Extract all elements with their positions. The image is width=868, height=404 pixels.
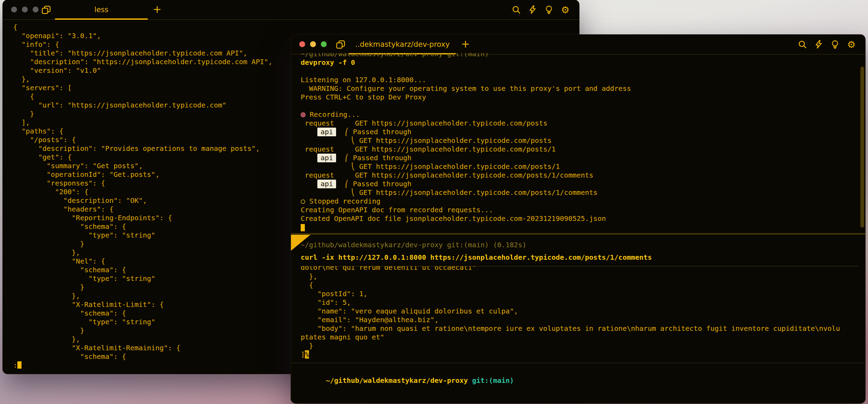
tab-title: less [94, 6, 109, 14]
terminal-line: devproxy -f 0 [301, 58, 858, 67]
left-toolbar: ⚙ [511, 5, 570, 15]
prompt-path: ~/github/waldekmastykarz/dev-proxy [326, 376, 468, 385]
terminal-line: }, [301, 272, 858, 281]
right-terminal-window: ..dekmastykarz/dev-proxy + [291, 35, 865, 403]
curl-block: ~/github/waldekmastykarz/dev-proxy git:(… [301, 241, 858, 359]
terminal-line: Listening on 127.0.0.1:8000... [301, 76, 858, 84]
prompt-divider [291, 363, 865, 363]
gear-icon[interactable]: ⚙ [846, 40, 856, 49]
gear-icon[interactable]: ⚙ [560, 5, 570, 15]
lightbulb-icon[interactable] [830, 40, 840, 49]
bookmarks-icon[interactable] [41, 5, 51, 17]
lightning-icon[interactable] [814, 40, 824, 49]
terminal-line: WARNING: Configure your operating system… [301, 84, 858, 93]
terminal-line: Stopped recording [301, 197, 858, 206]
stopped-dot-icon [301, 199, 305, 204]
terminal-line: api ⎛ Passed through [301, 180, 858, 188]
terminal-line: ⎝ GET https://jsonplaceholder.typicode.c… [301, 136, 858, 145]
api-badge: api [317, 154, 336, 162]
right-toolbar: ⚙ [798, 40, 856, 49]
shell-prompt[interactable]: ~/github/waldekmastykarz/dev-proxy git:(… [301, 368, 858, 376]
left-window-controls [11, 7, 39, 12]
terminal-line: ptates magni quo et" [301, 333, 858, 342]
devproxy-output-lines: devproxy -f 0 Listening on 127.0.0.1:800… [301, 58, 858, 232]
terminal-line: ⎝ GET https://jsonplaceholder.typicode.c… [301, 188, 858, 197]
terminal-line: ⎝ GET https://jsonplaceholder.typicode.c… [301, 162, 858, 171]
minimize-button[interactable] [310, 41, 316, 47]
recording-dot-icon [301, 112, 306, 117]
clipped-scrollback-line: ~/github/waldekmastykarz/dev-proxy git:(… [301, 53, 858, 58]
minimize-button[interactable] [22, 7, 28, 12]
search-icon[interactable] [511, 5, 521, 15]
new-tab-button[interactable]: + [153, 3, 161, 15]
terminal-line: Creating OpenAPI doc from recorded reque… [301, 206, 858, 214]
terminal-line: api ⎛ Passed through [301, 154, 858, 162]
curl-prompt-line: ~/github/waldekmastykarz/dev-proxy git:(… [301, 241, 858, 249]
tab-title: ..dekmastykarz/dev-proxy [355, 40, 450, 49]
terminal-line: "name": "vero eaque aliquid doloribus et… [301, 307, 858, 316]
terminal-line: ]% [301, 350, 858, 359]
terminal-line: } [301, 342, 858, 350]
terminal-line: request GET https://jsonplaceholder.typi… [301, 171, 858, 180]
zoom-button[interactable] [33, 7, 39, 12]
scrollbar-thumb[interactable] [860, 67, 864, 227]
block-divider [291, 233, 865, 235]
lightbulb-icon[interactable] [544, 5, 554, 15]
scrollback-prompt: ~/github/waldekmastykarz/dev-proxy git:(… [301, 53, 858, 58]
terminal-line: "postId": 1, [301, 290, 858, 298]
close-button[interactable] [11, 7, 17, 12]
right-window-controls [299, 41, 327, 47]
close-button[interactable] [299, 41, 305, 47]
lightning-icon[interactable] [528, 5, 537, 15]
api-badge: api [317, 180, 336, 188]
terminal-line: Recording... [301, 110, 858, 119]
search-icon[interactable] [798, 40, 807, 49]
right-window-header: ..dekmastykarz/dev-proxy + [291, 35, 865, 54]
clipped-output-line: dolor\net qui rerum deleniti ut occaecat… [301, 266, 858, 272]
terminal-line: "body": "harum non quasi et ratione\ntem… [301, 324, 858, 333]
terminal-line: request GET https://jsonplaceholder.typi… [301, 119, 858, 128]
tab-dev-proxy[interactable]: ..dekmastykarz/dev-proxy [349, 35, 456, 54]
curl-command: curl -ix http://127.0.0.1:8000 https://j… [301, 253, 858, 262]
prompt-git-branch: git:(main) [472, 376, 514, 385]
api-badge: api [317, 128, 336, 136]
terminal-line: "email": "Hayden@althea.biz", [301, 316, 858, 324]
terminal-line: "id": 5, [301, 298, 858, 307]
bookmarks-icon[interactable] [335, 40, 346, 51]
terminal-line: api ⎛ Passed through [301, 128, 858, 136]
devproxy-block-output: devproxy -f 0 Listening on 127.0.0.1:800… [301, 58, 858, 232]
terminal-line [301, 102, 858, 110]
curl-output-lines: }, { "postId": 1, "id": 5, "name": "vero… [301, 272, 858, 359]
new-tab-button[interactable]: + [461, 38, 470, 50]
terminal-line: Press CTRL+C to stop Dev Proxy [301, 93, 858, 102]
block-cursor [301, 224, 305, 231]
terminal-line: { [301, 281, 858, 290]
active-tab-underline [55, 18, 148, 20]
tab-less[interactable]: less [55, 0, 148, 19]
text-cursor [17, 361, 22, 369]
left-window-header: less + ⚙ [3, 0, 579, 20]
terminal-line: request GET https://jsonplaceholder.typi… [301, 145, 858, 154]
clipped-output-text: dolor\net qui rerum deleniti ut occaecat… [301, 266, 858, 272]
terminal-line [301, 67, 858, 76]
terminal-line: { [13, 23, 576, 32]
terminal-line: Created OpenAPI doc file jsonplaceholder… [301, 214, 858, 223]
terminal-line [301, 223, 858, 232]
zoom-button[interactable] [321, 41, 327, 47]
less-prompt: : [13, 361, 17, 369]
